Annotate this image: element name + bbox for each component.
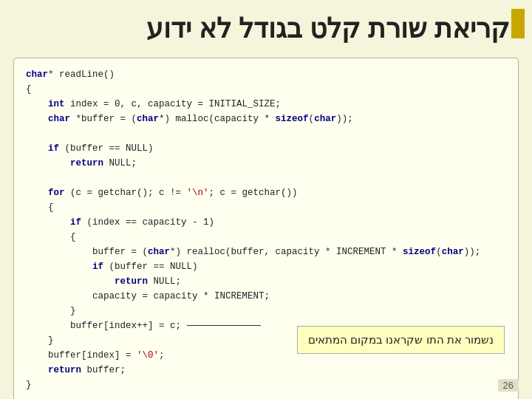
page-number: 26 [498,379,519,392]
code-line-17: } [26,304,506,318]
slide: קריאת שורת קלט בגודל לא ידוע char* readL… [0,0,532,399]
tooltip-box: נשמור את התו שקראנו במקום המתאים [297,326,505,354]
code-line-1: char* readLine() [26,67,506,82]
code-line-22: } [26,378,506,392]
tooltip-text: נשמור את התו שקראנו במקום המתאים [308,333,494,346]
code-line-7: return NULL; [26,156,506,171]
code-line-8 [26,171,506,185]
code-block: char* readLine() { int index = 0, c, cap… [13,58,519,399]
code-line-14: if (buffer == NULL) [26,259,506,274]
code-line-15: return NULL; [26,274,506,289]
code-line-21: return buffer; [26,363,506,378]
code-line-16: capacity = capacity * INCREMENT; [26,289,506,304]
code-line-9: for (c = getchar(); c != '\n'; c = getch… [26,185,506,200]
slide-title: קריאת שורת קלט בגודל לא ידוע [0,0,532,52]
code-line-12: { [26,230,506,245]
code-line-10: { [26,200,506,215]
code-line-4: char *buffer = (char*) malloc(capacity *… [26,112,506,126]
code-line-6: if (buffer == NULL) [26,141,506,156]
code-line-3: int index = 0, c, capacity = INITIAL_SIZ… [26,97,506,112]
code-line-5 [26,126,506,141]
code-line-13: buffer = (char*) realloc(buffer, capacit… [26,245,506,259]
title-accent [511,9,525,38]
code-line-2: { [26,82,506,97]
code-line-11: if (index == capacity - 1) [26,215,506,230]
